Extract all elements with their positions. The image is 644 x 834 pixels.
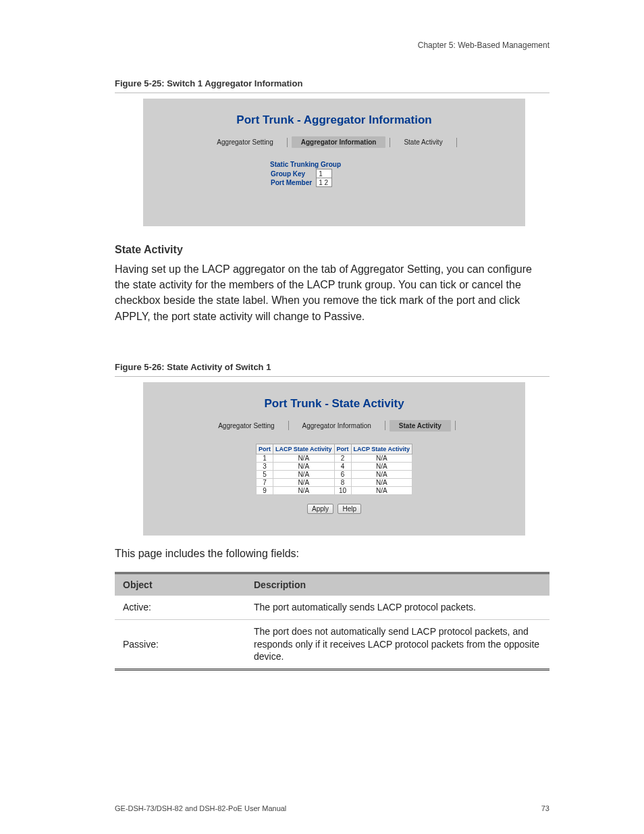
state-table-cell: N/A bbox=[273, 478, 334, 486]
state-table-cell: 1 bbox=[256, 454, 273, 462]
object-table-row: Passive:The port does not automatically … bbox=[115, 619, 549, 670]
state-table-cell: N/A bbox=[351, 478, 412, 486]
state-th-port-b: Port bbox=[334, 444, 351, 454]
trunking-group-info: Static Trunking Group Group Key 1 Port M… bbox=[270, 160, 398, 187]
figure-25-title: Port Trunk - Aggregator Information bbox=[154, 113, 514, 127]
group-key-value: 1 bbox=[317, 170, 332, 178]
object-cell: Active: bbox=[115, 596, 246, 619]
state-table-cell: N/A bbox=[273, 470, 334, 478]
state-table-cell: 7 bbox=[256, 478, 273, 486]
tab-separator-icon bbox=[288, 421, 289, 430]
state-table-cell: N/A bbox=[351, 454, 412, 462]
state-table-row: 7N/A8N/A bbox=[256, 478, 412, 486]
state-table-cell: N/A bbox=[351, 462, 412, 470]
port-member-label: Port Member bbox=[270, 178, 317, 187]
tab-state-activity[interactable]: State Activity bbox=[394, 136, 452, 148]
tab-state-activity-2[interactable]: State Activity bbox=[390, 420, 451, 432]
trunking-group-head: Static Trunking Group bbox=[270, 160, 398, 169]
footer-left: GE-DSH-73/DSH-82 and DSH-82-PoE User Man… bbox=[115, 804, 286, 812]
tab-separator-icon bbox=[390, 138, 390, 147]
state-table-cell: N/A bbox=[273, 486, 334, 494]
state-table-row: 1N/A2N/A bbox=[256, 454, 412, 462]
object-description-table: Object Description Active:The port autom… bbox=[115, 572, 549, 671]
tab-aggregator-information[interactable]: Aggregator Information bbox=[292, 136, 386, 148]
state-th-port-a: Port bbox=[256, 444, 273, 454]
object-table-row: Active:The port automatically sends LACP… bbox=[115, 596, 549, 619]
obj-th-description: Description bbox=[246, 573, 549, 596]
tab-separator-icon bbox=[385, 421, 385, 430]
state-table-cell: 4 bbox=[334, 462, 351, 470]
button-row: Apply Help bbox=[154, 502, 514, 514]
state-table-cell: 2 bbox=[334, 454, 351, 462]
figure-26-title: Port Trunk - State Activity bbox=[154, 397, 514, 411]
tab-aggregator-setting[interactable]: Aggregator Setting bbox=[207, 136, 282, 148]
tab-aggregator-setting-2[interactable]: Aggregator Setting bbox=[209, 420, 284, 432]
figure-26-tabs: Aggregator Setting Aggregator Informatio… bbox=[154, 420, 514, 432]
state-table-cell: N/A bbox=[273, 454, 334, 462]
apply-button[interactable]: Apply bbox=[307, 504, 333, 514]
state-activity-heading: State Activity bbox=[115, 244, 549, 256]
figure-caption-25: Figure 5-25: Switch 1 Aggregator Informa… bbox=[115, 78, 549, 93]
state-table-row: 5N/A6N/A bbox=[256, 470, 412, 478]
figure-25-box: Port Trunk - Aggregator Information Aggr… bbox=[143, 99, 525, 226]
state-table-cell: 6 bbox=[334, 470, 351, 478]
chapter-header: Chapter 5: Web-Based Management bbox=[418, 41, 549, 50]
help-button[interactable]: Help bbox=[338, 504, 361, 514]
state-table-cell: N/A bbox=[273, 462, 334, 470]
port-member-value: 1 2 bbox=[317, 178, 332, 187]
state-th-activity-b: LACP State Activity bbox=[351, 444, 412, 454]
fields-intro: This page includes the following fields: bbox=[115, 548, 549, 560]
obj-th-object: Object bbox=[115, 573, 246, 596]
figure-26-box: Port Trunk - State Activity Aggregator S… bbox=[143, 382, 525, 536]
group-key-label: Group Key bbox=[270, 170, 317, 178]
tab-separator-icon bbox=[456, 138, 457, 147]
state-activity-table: Port LACP State Activity Port LACP State… bbox=[256, 444, 412, 495]
state-activity-paragraph: Having set up the LACP aggregator on the… bbox=[115, 261, 549, 324]
state-table-cell: 10 bbox=[334, 486, 351, 494]
figure-25-tabs: Aggregator Setting Aggregator Informatio… bbox=[154, 136, 514, 148]
footer-page-number: 73 bbox=[541, 804, 549, 812]
state-table-cell: 5 bbox=[256, 470, 273, 478]
tab-separator-icon bbox=[455, 421, 456, 430]
description-cell: The port automatically sends LACP protoc… bbox=[246, 596, 549, 619]
page-footer: GE-DSH-73/DSH-82 and DSH-82-PoE User Man… bbox=[115, 804, 549, 812]
state-table-row: 3N/A4N/A bbox=[256, 462, 412, 470]
figure-caption-26: Figure 5-26: State Activity of Switch 1 bbox=[115, 362, 549, 377]
state-table-cell: N/A bbox=[351, 470, 412, 478]
state-table-cell: 8 bbox=[334, 478, 351, 486]
state-table-cell: 9 bbox=[256, 486, 273, 494]
state-th-activity-a: LACP State Activity bbox=[273, 444, 334, 454]
tab-aggregator-information-2[interactable]: Aggregator Information bbox=[293, 420, 381, 432]
state-table-row: 9N/A10N/A bbox=[256, 486, 412, 494]
state-table-cell: 3 bbox=[256, 462, 273, 470]
tab-separator-icon bbox=[287, 138, 288, 147]
state-table-cell: N/A bbox=[351, 486, 412, 494]
object-cell: Passive: bbox=[115, 619, 246, 670]
description-cell: The port does not automatically send LAC… bbox=[246, 619, 549, 670]
